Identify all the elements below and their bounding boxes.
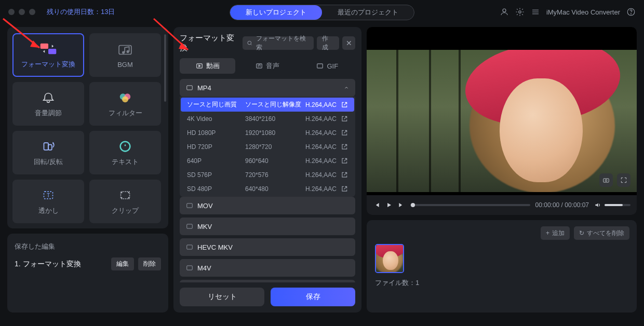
preview-panel: 00:00:00 / 00:00:07 (367, 27, 637, 215)
format-group-mov[interactable]: MOV (180, 197, 355, 214)
svg-point-20 (121, 197, 123, 199)
external-icon[interactable] (341, 157, 348, 165)
svg-rect-13 (48, 145, 52, 150)
snapshot-icon[interactable] (599, 173, 613, 187)
format-row-res: 1920*1080 (245, 129, 301, 137)
tool-grid: フォーマット変換 BGM 音量調節 フィルター 回転/反転 テキスト (7, 27, 168, 228)
tab-gif[interactable]: GIF (300, 58, 355, 74)
tool-clip-label: クリップ (112, 206, 139, 215)
format-row-res: 640*480 (245, 185, 301, 193)
clip-icon (116, 187, 134, 203)
format-row-name: SD 480P (187, 185, 241, 193)
tab-audio[interactable]: 音声 (239, 58, 295, 74)
account-icon[interactable] (500, 7, 509, 17)
external-icon[interactable] (341, 185, 348, 193)
svg-rect-30 (187, 266, 193, 270)
tool-watermark[interactable]: T 透かし (12, 180, 84, 223)
format-create-button[interactable]: 作成 (317, 36, 339, 50)
external-icon[interactable] (341, 171, 348, 179)
svg-text:T: T (47, 193, 50, 198)
save-button[interactable]: 保存 (271, 288, 355, 306)
svg-point-18 (121, 192, 123, 194)
time-display: 00:00:00 / 00:00:07 (535, 201, 589, 209)
tool-volume[interactable]: 音量調節 (12, 82, 84, 126)
svg-point-0 (503, 9, 506, 12)
tab-new-project[interactable]: 新しいプロジェクト (230, 5, 322, 20)
tool-text[interactable]: テキスト (89, 131, 161, 174)
format-group-mkv[interactable]: MKV (180, 218, 355, 235)
player-controls: 00:00:00 / 00:00:07 (367, 195, 637, 215)
tool-bgm[interactable]: BGM (89, 33, 161, 77)
tab-recent-project[interactable]: 最近のプロジェクト (322, 5, 414, 20)
window-traffic-lights[interactable] (8, 9, 35, 15)
tool-text-label: テキスト (112, 157, 139, 167)
add-file-button[interactable]: + 追加 (541, 226, 570, 240)
format-convert-icon (39, 41, 57, 57)
format-row[interactable]: 640P960*640H.264,AAC (181, 154, 354, 168)
file-thumbnail[interactable] (375, 244, 404, 273)
filter-icon (116, 90, 134, 105)
format-row-res: 3840*2160 (245, 115, 301, 123)
format-row-res: ソースと同じ解像度 (245, 100, 301, 109)
tool-filter[interactable]: フィルター (89, 82, 161, 126)
format-row[interactable]: ソースと同じ画質ソースと同じ解像度H.264,AAC (181, 98, 354, 112)
format-row-name: 640P (187, 157, 241, 165)
format-row-codec: H.264,AAC (305, 101, 337, 108)
progress-bar[interactable] (410, 204, 530, 206)
reset-button[interactable]: リセット (180, 288, 264, 306)
saved-edit-button[interactable]: 編集 (111, 257, 134, 270)
svg-rect-25 (317, 64, 323, 68)
saved-edit-item[interactable]: 1. フォーマット変換 (15, 260, 81, 269)
tool-format-convert[interactable]: フォーマット変換 (12, 33, 84, 77)
volume-icon[interactable] (594, 201, 601, 209)
saved-delete-button[interactable]: 削除 (138, 257, 161, 270)
format-row-name: HD 720P (187, 143, 241, 151)
saved-edits-panel: 保存した編集 1. フォーマット変換 編集 削除 (7, 234, 168, 313)
mp4-icon (186, 84, 193, 91)
help-icon[interactable] (626, 7, 636, 17)
svg-rect-29 (187, 245, 193, 249)
tab-video[interactable]: 動画 (180, 58, 235, 74)
format-row-codec: H.264,AAC (305, 129, 337, 137)
external-icon[interactable] (341, 129, 348, 137)
external-icon[interactable] (341, 101, 348, 108)
format-group-avi[interactable]: AVI (180, 280, 355, 282)
format-group-mp4[interactable]: MP4 (180, 79, 355, 97)
tool-grid-scrollbar[interactable] (164, 34, 166, 102)
format-row[interactable]: HD 1080P1920*1080H.264,AAC (181, 126, 354, 140)
format-row[interactable]: SD 576P720*576H.264,AAC (181, 168, 354, 182)
format-row[interactable]: SD 480P640*480H.264,AAC (181, 182, 354, 196)
format-search-placeholder: フォーマットを検索 (256, 34, 310, 52)
format-group-hevc-mkv[interactable]: HEVC MKV (180, 238, 355, 256)
format-search[interactable]: フォーマットを検索 (243, 36, 314, 50)
menu-icon[interactable] (531, 7, 540, 17)
close-icon[interactable]: ✕ (342, 36, 355, 50)
format-row-codec: H.264,AAC (305, 115, 337, 123)
format-row-name: HD 1080P (187, 129, 241, 137)
external-icon[interactable] (341, 143, 348, 151)
chevron-up-icon (344, 85, 349, 90)
gear-icon[interactable] (515, 7, 525, 17)
svg-point-33 (605, 180, 607, 182)
play-icon[interactable] (385, 201, 393, 209)
format-row[interactable]: 4K Video3840*2160H.264,AAC (181, 112, 354, 126)
format-panel-title: フォーマット変換 (180, 33, 239, 53)
fullscreen-icon[interactable] (617, 173, 630, 187)
tool-bgm-label: BGM (117, 61, 133, 69)
svg-point-21 (128, 197, 130, 199)
delete-all-button[interactable]: ↻ すべてを削除 (574, 226, 629, 240)
prev-icon[interactable] (373, 201, 380, 209)
tool-rotate[interactable]: 回転/反転 (12, 131, 84, 174)
svg-rect-5 (48, 49, 56, 54)
next-icon[interactable] (398, 201, 405, 209)
format-group-m4v[interactable]: M4V (180, 259, 355, 277)
bgm-icon (116, 42, 134, 58)
format-panel: フォーマット変換 フォーマットを検索 作成 ✕ 動画 音声 GIF (173, 27, 361, 313)
format-row-name: SD 576P (187, 171, 241, 179)
format-row-res: 720*576 (245, 171, 301, 179)
format-row[interactable]: HD 720P1280*720H.264,AAC (181, 140, 354, 154)
volume-slider[interactable] (605, 204, 630, 206)
tool-clip[interactable]: クリップ (89, 180, 161, 223)
format-row-name: ソースと同じ画質 (187, 100, 241, 109)
external-icon[interactable] (341, 115, 348, 123)
